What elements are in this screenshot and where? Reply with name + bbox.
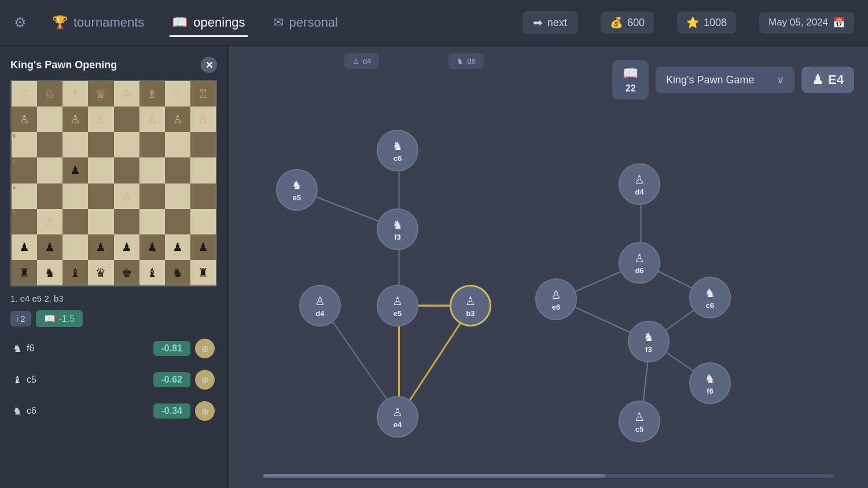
chess-cell: 3 xyxy=(12,209,37,234)
node-label: f3 xyxy=(645,345,652,354)
node-piece-icon: ♞ xyxy=(392,139,403,153)
openings-label: openings xyxy=(193,15,245,30)
top-nav: ⚙ 🏆 tournaments 📖 openings ✉ personal ➡ … xyxy=(0,0,868,46)
graph-node-f3[interactable]: ♞ f3 xyxy=(377,208,418,250)
move-tree-button[interactable]: ⊕ xyxy=(195,401,215,421)
move-stats: i 2 📖 -1.5 xyxy=(10,310,217,327)
node-piece-icon: ♞ xyxy=(392,218,403,232)
move-option[interactable]: ♝ c5 -0.62 ⊕ xyxy=(10,366,217,393)
chess-cell: ♜ xyxy=(190,260,216,285)
chess-cell xyxy=(114,209,139,234)
next-button[interactable]: ➡ next xyxy=(523,11,578,34)
move-count-badge: i 2 xyxy=(10,311,31,326)
graph-edge xyxy=(641,342,650,421)
move-count-number: i xyxy=(16,314,18,324)
eval-value: -1.5 xyxy=(59,314,75,324)
move-option-left: ♞ f6 xyxy=(13,342,34,355)
nav-openings[interactable]: 📖 openings xyxy=(170,10,247,35)
chess-cell xyxy=(139,157,165,183)
graph-node-c6b[interactable]: ♞ c6 xyxy=(689,277,731,318)
opening-dropdown[interactable]: King's Pawn Game ∨ xyxy=(656,67,795,93)
node-label: d4 xyxy=(315,309,324,318)
graph-node-e5b[interactable]: ♞ e5 xyxy=(276,169,318,211)
node-label: e5 xyxy=(293,193,301,202)
date-value: May 05, 2024 xyxy=(768,17,828,28)
graph-node-d6[interactable]: ♙ d6 xyxy=(619,242,660,284)
move-eval: -0.34 xyxy=(153,403,190,419)
graph-node-e4[interactable]: ♙ e4 xyxy=(377,396,418,438)
chess-cell: ♙ xyxy=(190,107,216,132)
chess-cell: ♟ xyxy=(62,157,88,183)
move-option[interactable]: ♞ f6 -0.81 ⊕ xyxy=(10,335,217,362)
book-count-badge: 📖 22 xyxy=(612,60,649,100)
nav-tournaments[interactable]: 🏆 tournaments xyxy=(50,10,146,35)
graph-node-b3[interactable]: ♙ b3 xyxy=(450,285,491,326)
graph-scrollbar[interactable] xyxy=(263,474,833,478)
node-label: c6 xyxy=(706,301,714,310)
graph-edge xyxy=(650,342,712,383)
graph-node-d4b[interactable]: ♙ d4 xyxy=(619,163,660,205)
partial-label-d4: d4 xyxy=(363,57,371,65)
chess-cell: ♔ xyxy=(114,81,139,107)
partial-piece-d4: ♙ xyxy=(352,57,359,65)
node-label: d4 xyxy=(635,188,643,196)
move-options: ♞ f6 -0.81 ⊕ ♝ c5 -0.62 ⊕ ♞ c6 -0.34 ⊕ xyxy=(10,335,217,424)
node-piece-icon: ♙ xyxy=(634,251,645,265)
chess-cell xyxy=(88,157,113,183)
chess-cell: ♟ xyxy=(114,234,139,260)
chess-cell xyxy=(114,132,139,157)
chess-cell: ♞ xyxy=(37,260,62,285)
node-label: b3 xyxy=(466,309,475,318)
graph-node-c6a[interactable]: ♞ c6 xyxy=(377,130,418,171)
top-partial-nodes: ♙ d4 ♞ d6 xyxy=(344,53,484,69)
chess-cell: 6 xyxy=(12,132,37,157)
node-piece-icon: ♙ xyxy=(465,294,476,308)
chess-cell xyxy=(114,157,139,183)
close-button[interactable]: ✕ xyxy=(201,57,217,73)
graph-node-e6[interactable]: ♙ e6 xyxy=(535,278,577,320)
panel-header: King's Pawn Opening ✕ xyxy=(10,57,217,73)
chess-cell: ♟ xyxy=(165,234,190,260)
chess-cell: ♙ xyxy=(62,107,88,132)
partial-label-d6: d6 xyxy=(467,57,475,65)
chess-cell xyxy=(190,184,216,209)
e4-badge[interactable]: ♟ E4 xyxy=(801,67,854,93)
stars-display: ⭐ 1008 xyxy=(677,12,736,34)
chess-cell: ♚ xyxy=(114,260,139,285)
nav-personal[interactable]: ✉ personal xyxy=(271,10,340,35)
node-piece-icon: ♙ xyxy=(392,405,403,419)
chess-cell xyxy=(62,184,88,209)
star-icon: ⭐ xyxy=(686,16,699,29)
book-count: 22 xyxy=(626,83,636,94)
move-label: c6 xyxy=(27,406,36,416)
graph-node-f3b[interactable]: ♞ f3 xyxy=(628,321,670,362)
settings-icon[interactable]: ⚙ xyxy=(14,14,27,31)
chess-cell xyxy=(165,184,190,209)
chess-cell xyxy=(165,132,190,157)
graph-node-e5[interactable]: ♙ e5 xyxy=(377,285,418,326)
graph-node-c5[interactable]: ♙ c5 xyxy=(619,401,660,442)
chess-cell: ♟ xyxy=(12,234,37,260)
chess-cell: 5 xyxy=(12,157,37,183)
chess-cell: ♜ xyxy=(12,260,37,285)
chess-cell xyxy=(62,132,88,157)
piece-icon: ♞ xyxy=(13,405,22,417)
chess-board-container: ♖♘♗♕♔♗♘♖♙♙♙♙♙♙65♟4♙3♙♟♟♟♟♟♟♟♜♞♝♛♚♝♞♜ xyxy=(10,80,217,287)
node-piece-icon: ♙ xyxy=(634,173,645,186)
move-tree-button[interactable]: ⊕ xyxy=(195,339,215,358)
chess-cell xyxy=(88,184,113,209)
partial-node-d6: ♞ d6 xyxy=(448,53,483,69)
e4-label: E4 xyxy=(828,72,844,87)
move-notation: 1. e4 e5 2. b3 xyxy=(10,293,217,303)
node-piece-icon: ♙ xyxy=(551,288,561,302)
move-tree-button[interactable]: ⊕ xyxy=(195,370,215,390)
chess-cell xyxy=(190,132,216,157)
move-option-left: ♞ c6 xyxy=(13,405,36,417)
graph-edge xyxy=(558,263,641,299)
date-display[interactable]: May 05, 2024 📅 xyxy=(759,12,854,34)
chess-cell xyxy=(37,107,62,132)
move-option[interactable]: ♞ c6 -0.34 ⊕ xyxy=(10,398,217,424)
graph-node-f6[interactable]: ♞ f6 xyxy=(689,362,731,404)
piece-icon: ♝ xyxy=(13,373,22,386)
graph-node-d4a[interactable]: ♙ d4 xyxy=(299,285,341,326)
